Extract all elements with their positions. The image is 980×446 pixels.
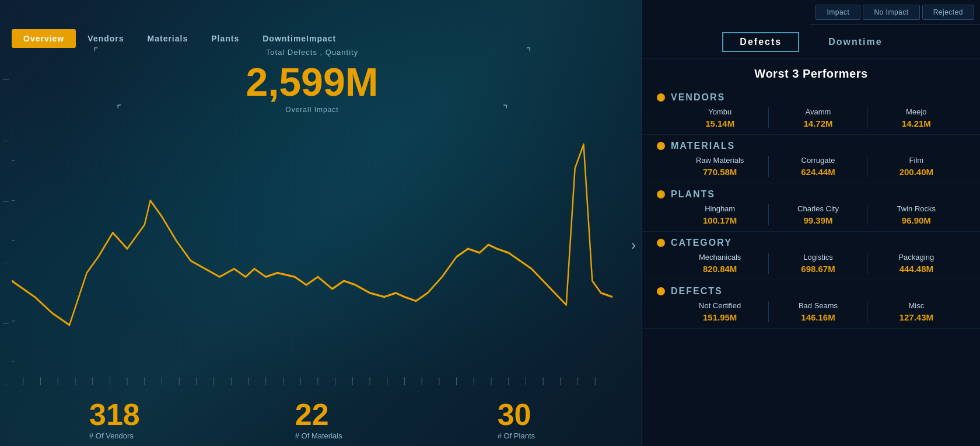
performer-name-packaging: Packaging: [867, 253, 965, 262]
performer-not-certified: Not Certified 151.95M: [671, 301, 769, 322]
performer-name-film: Film: [867, 156, 965, 165]
category-section-title: Category: [671, 238, 732, 248]
nav-tab-downtime-impact[interactable]: DowntimeImpact: [251, 29, 348, 48]
plants-stat: 30 # Of Plants: [498, 399, 535, 440]
performer-value-corrugate: 624.44M: [769, 167, 867, 177]
performer-name-avamm: Avamm: [769, 107, 867, 116]
impact-filter-button[interactable]: Impact: [816, 5, 860, 20]
plants-section-header: Plants: [657, 189, 965, 200]
performer-mechanicals: Mechanicals 820.84M: [671, 253, 769, 274]
performer-packaging: Packaging 444.48M: [867, 253, 965, 274]
performer-value-packaging: 444.48M: [867, 264, 965, 274]
performer-bad-seams: Bad Seams 146.16M: [769, 301, 867, 322]
performer-name-mechanicals: Mechanicals: [671, 253, 769, 262]
category-performers-row: Mechanicals 820.84M Logistics 698.67M Pa…: [657, 253, 965, 274]
defects-section-title: Defects: [671, 286, 723, 297]
performer-value-logistics: 698.67M: [769, 264, 867, 274]
vendors-section-header: Vendors: [657, 92, 965, 103]
right-panel: Defects Downtime Worst 3 Performers Vend…: [642, 0, 980, 446]
performer-avamm: Avamm 14.72M: [769, 107, 867, 128]
defects-performers-row: Not Certified 151.95M Bad Seams 146.16M …: [657, 301, 965, 322]
performer-name-not-certified: Not Certified: [671, 301, 769, 310]
no-impact-filter-button[interactable]: No Impact: [863, 5, 919, 20]
performer-film: Film 200.40M: [867, 156, 965, 177]
vendors-section-title: Vendors: [671, 92, 725, 103]
materials-stat: 22 # Of Materials: [295, 399, 342, 440]
category-section-header: Category: [657, 238, 965, 248]
materials-section-header: Materials: [657, 141, 965, 151]
plants-section-title: Plants: [671, 189, 715, 200]
nav-tab-overview[interactable]: Overview: [12, 29, 76, 48]
performer-name-hingham: Hingham: [671, 204, 769, 213]
performer-value-film: 200.40M: [867, 167, 965, 177]
defects-section-header: Defects: [657, 286, 965, 297]
performer-value-mechanicals: 820.84M: [671, 264, 769, 274]
plants-section: Plants Hingham 100.17M Charles City 99.3…: [642, 183, 980, 232]
right-tabs: Defects Downtime: [642, 26, 980, 58]
chart-area: ⌜ Total Defects , Quantity ⌝ 2,599M ⌜ Ov…: [12, 47, 612, 388]
materials-section-title: Materials: [671, 141, 735, 151]
defects-tab[interactable]: Defects: [722, 32, 799, 52]
performer-raw-materials: Raw Materials 770.58M: [671, 156, 769, 177]
worst-performers-title: Worst 3 Performers: [642, 58, 980, 86]
performer-name-logistics: Logistics: [769, 253, 867, 262]
performer-name-yombu: Yombu: [671, 107, 769, 116]
materials-performers-row: Raw Materials 770.58M Corrugate 624.44M …: [657, 156, 965, 177]
performer-value-twin-rocks: 96.90M: [867, 215, 965, 225]
performer-value-hingham: 100.17M: [671, 215, 769, 225]
plants-label: # Of Plants: [498, 431, 535, 440]
top-nav: Overview Vendors Materials Plants Downti…: [0, 20, 642, 57]
vendors-stat: 318 # Of Vendors: [89, 399, 140, 440]
chart-next-button[interactable]: ›: [631, 237, 636, 253]
performer-name-bad-seams: Bad Seams: [769, 301, 867, 310]
main-container: Impact No Impact Rejected Overview Vendo…: [0, 0, 980, 446]
rejected-filter-button[interactable]: Rejected: [922, 5, 974, 20]
total-defects-value: 2,599M: [12, 60, 612, 104]
plants-dot: [657, 190, 665, 198]
performer-value-raw-materials: 770.58M: [671, 167, 769, 177]
performer-value-avamm: 14.72M: [769, 119, 867, 128]
vendors-dot: [657, 93, 665, 102]
nav-tab-plants[interactable]: Plants: [200, 29, 251, 48]
performer-name-twin-rocks: Twin Rocks: [867, 204, 965, 213]
performer-misc: Misc 127.43M: [867, 301, 965, 322]
performer-value-bad-seams: 146.16M: [769, 312, 867, 322]
performer-value-misc: 127.43M: [867, 312, 965, 322]
bottom-stats: 318 # Of Vendors 22 # Of Materials 30 # …: [12, 399, 612, 440]
vendors-count: 318: [89, 399, 140, 430]
vendors-section: Vendors Yombu 15.14M Avamm 14.72M Meejo …: [642, 86, 980, 135]
performer-name-raw-materials: Raw Materials: [671, 156, 769, 165]
performer-logistics: Logistics 698.67M: [769, 253, 867, 274]
materials-label: # Of Materials: [295, 431, 342, 440]
y-axis: — — — — — —: [3, 76, 9, 388]
performer-corrugate: Corrugate 624.44M: [769, 156, 867, 177]
performer-value-meejo: 14.21M: [867, 119, 965, 128]
downtime-tab[interactable]: Downtime: [811, 32, 900, 52]
defects-section: Defects Not Certified 151.95M Bad Seams …: [642, 280, 980, 329]
category-section: Category Mechanicals 820.84M Logistics 6…: [642, 232, 980, 280]
overall-impact-label: Overall Impact: [285, 106, 338, 114]
plants-performers-row: Hingham 100.17M Charles City 99.39M Twin…: [657, 204, 965, 225]
performer-twin-rocks: Twin Rocks 96.90M: [867, 204, 965, 225]
performer-value-not-certified: 151.95M: [671, 312, 769, 322]
plants-count: 30: [498, 399, 535, 430]
performer-name-misc: Misc: [867, 301, 965, 310]
performer-name-charles-city: Charles City: [769, 204, 867, 213]
vendors-label: # Of Vendors: [89, 431, 140, 440]
performer-charles-city: Charles City 99.39M: [769, 204, 867, 225]
performer-meejo: Meejo 14.21M: [867, 107, 965, 128]
performer-value-charles-city: 99.39M: [769, 215, 867, 225]
vendors-performers-row: Yombu 15.14M Avamm 14.72M Meejo 14.21M: [657, 107, 965, 128]
materials-section: Materials Raw Materials 770.58M Corrugat…: [642, 135, 980, 183]
performer-hingham: Hingham 100.17M: [671, 204, 769, 225]
nav-tab-materials[interactable]: Materials: [136, 29, 200, 48]
line-chart: [12, 120, 612, 385]
performer-name-meejo: Meejo: [867, 107, 965, 116]
left-panel: Overview Vendors Materials Plants Downti…: [0, 0, 642, 446]
materials-count: 22: [295, 399, 342, 430]
defects-dot: [657, 287, 665, 295]
performer-yombu: Yombu 15.14M: [671, 107, 769, 128]
nav-tab-vendors[interactable]: Vendors: [76, 29, 135, 48]
performer-value-yombu: 15.14M: [671, 119, 769, 128]
materials-dot: [657, 142, 665, 150]
